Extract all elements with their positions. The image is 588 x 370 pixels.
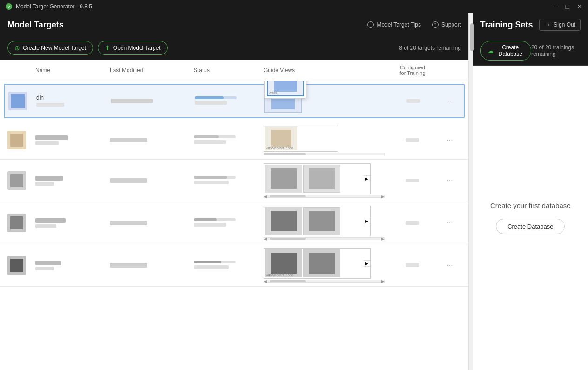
scrollbar-left[interactable]: ◀: [264, 237, 267, 241]
col-header-name: Name: [35, 65, 110, 76]
left-toolbar: ⊕ Create New Model Target ⬆ Open Model T…: [0, 36, 468, 60]
row-status-cell: [195, 96, 264, 106]
row-name-cell: [35, 218, 110, 228]
question-icon: ?: [432, 21, 439, 28]
row-thumbnail: [8, 92, 36, 110]
row-status-cell: [194, 261, 264, 270]
row-thumbnail: [7, 131, 35, 149]
row-more-menu[interactable]: ···: [440, 219, 459, 227]
row-guide-views-cell: 25000: [264, 89, 385, 113]
left-panel: Model Targets i Model Target Tips ? Supp…: [0, 13, 469, 370]
right-empty-state: Create your first database Create Databa…: [473, 66, 588, 370]
title-bar: V Model Target Generator - 9.8.5 – □ ✕: [0, 0, 588, 13]
row-date-cell: [110, 137, 194, 144]
col-header-status: Status: [194, 65, 264, 76]
right-toolbar: ☁ Create Database 20 of 20 trainings rem…: [473, 36, 588, 66]
title-bar-text: Model Target Generator - 9.8.5: [16, 3, 92, 10]
create-database-button[interactable]: ☁ Create Database: [480, 41, 531, 61]
row-more-menu[interactable]: ···: [440, 261, 459, 269]
row-date-cell: [111, 98, 195, 105]
guide-view-next[interactable]: ▶: [364, 260, 370, 267]
row-more-menu[interactable]: ···: [440, 136, 459, 144]
create-database-secondary-button[interactable]: Create Database: [496, 219, 565, 234]
sign-out-button[interactable]: → Sign Out: [539, 19, 581, 31]
tips-link[interactable]: i Model Target Tips: [367, 21, 421, 28]
row-configured-cell: [385, 178, 440, 183]
row-guide-views-cell: VIEWPOINT_1000: [264, 125, 385, 155]
right-panel: Training Sets → Sign Out ☁ Create Databa…: [473, 13, 588, 370]
table-row[interactable]: ▶ ◀ ▶ ···: [0, 160, 468, 202]
row-configured-cell: [385, 262, 440, 268]
table-row[interactable]: din: [4, 84, 465, 118]
row-thumbnail: [7, 214, 35, 232]
targets-remaining: 8 of 20 targets remaining: [399, 45, 461, 51]
left-header-actions: i Model Target Tips ? Support: [367, 21, 461, 28]
cloud-icon: ☁: [487, 47, 494, 54]
open-btn-label: Open Model Target: [113, 45, 161, 51]
vertical-scrollbar[interactable]: [469, 13, 473, 370]
create-db-label: Create Database: [497, 44, 524, 57]
row-configured-cell: [385, 98, 441, 104]
app-container: Model Targets i Model Target Tips ? Supp…: [0, 13, 588, 370]
guide-view-next[interactable]: ▶: [364, 175, 370, 182]
create-new-model-target-button[interactable]: ⊕ Create New Model Target: [7, 41, 93, 55]
row-configured-cell: [385, 137, 440, 143]
sign-out-label: Sign Out: [554, 21, 575, 28]
row-name-cell: din: [36, 94, 111, 108]
table-row[interactable]: VIEWPOINT_1000 ···: [0, 121, 468, 160]
row-more-menu[interactable]: ···: [441, 97, 460, 105]
col-header-thumb: [7, 65, 35, 76]
table-header: Name Last Modified Status Guide Views Co…: [0, 60, 468, 81]
table-row[interactable]: VIEWPOINT_1000 ▶ ◀ ▶: [0, 244, 468, 287]
row-guide-views-cell: VIEWPOINT_1000 ▶ ◀ ▶: [264, 248, 385, 283]
info-icon: i: [367, 21, 374, 28]
scrollbar-right[interactable]: ▶: [381, 195, 384, 199]
row-thumbnail: [7, 171, 35, 190]
left-panel-title: Model Targets: [7, 20, 64, 30]
row-configured-cell: [385, 220, 440, 226]
support-link[interactable]: ? Support: [432, 21, 461, 28]
row-name-cell: [35, 135, 110, 145]
app-icon: V: [6, 3, 12, 10]
trainings-remaining: 20 of 20 trainings remaining: [531, 44, 581, 57]
row-date-cell: [110, 262, 194, 269]
minimize-button[interactable]: –: [554, 3, 558, 10]
row-date-cell: [110, 220, 194, 227]
guide-view-next[interactable]: ▶: [364, 218, 370, 224]
table-row[interactable]: ▶ ◀ ▶ ···: [0, 202, 468, 244]
scrollbar-left[interactable]: ◀: [264, 195, 267, 199]
support-label: Support: [441, 21, 461, 28]
row-date-cell: [110, 177, 194, 184]
create-btn-label: Create New Model Target: [23, 45, 86, 51]
plus-circle-icon: ⊕: [14, 44, 20, 52]
scrollbar-left[interactable]: ◀: [264, 279, 267, 283]
right-header: Training Sets → Sign Out: [473, 13, 588, 36]
row-name-cell: [35, 261, 110, 270]
col-header-guide-views: Guide Views: [264, 65, 385, 76]
open-model-target-button[interactable]: ⬆ Open Model Target: [98, 41, 168, 55]
window-controls: – □ ✕: [554, 3, 582, 10]
toolbar-buttons: ⊕ Create New Model Target ⬆ Open Model T…: [7, 41, 168, 55]
row-more-menu[interactable]: ···: [440, 176, 459, 185]
col-header-last-modified: Last Modified: [110, 65, 194, 76]
right-panel-title: Training Sets: [480, 20, 533, 30]
row-guide-views-cell: ▶ ◀ ▶: [264, 206, 385, 240]
left-header: Model Targets i Model Target Tips ? Supp…: [0, 13, 468, 36]
row-name-cell: [35, 176, 110, 186]
row-status-cell: [194, 135, 264, 145]
col-header-configured: Configured for Training: [385, 65, 440, 76]
row-guide-views-cell: ▶ ◀ ▶: [264, 163, 385, 198]
table-area: din: [0, 81, 468, 370]
scrollbar-thumb[interactable]: [470, 23, 474, 51]
maximize-button[interactable]: □: [566, 3, 569, 10]
upload-icon: ⬆: [105, 44, 110, 52]
scrollbar-right[interactable]: ▶: [381, 237, 384, 241]
row-thumbnail: [7, 256, 35, 275]
sign-out-icon: →: [544, 21, 551, 28]
empty-state-message: Create your first database: [490, 202, 571, 209]
scrollbar-right[interactable]: ▶: [381, 279, 384, 283]
col-header-actions: [440, 65, 459, 76]
row-status-cell: [194, 176, 264, 186]
row-status-cell: [194, 218, 264, 228]
close-button[interactable]: ✕: [577, 3, 582, 10]
